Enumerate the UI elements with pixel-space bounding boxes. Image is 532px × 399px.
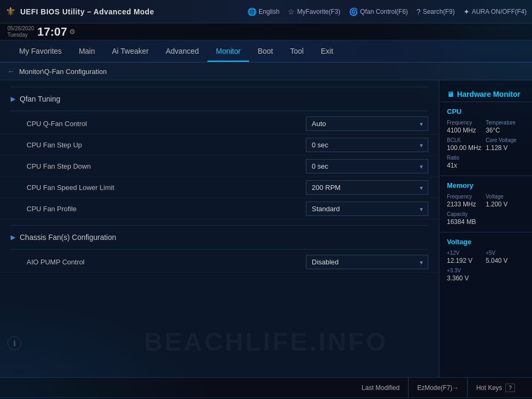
aura-label: AURA ON/OFF(F4) — [472, 8, 527, 15]
memory-frequency-value: 2133 MHz — [447, 201, 486, 208]
voltage-5v-item: +5V 5.040 V — [486, 250, 525, 264]
cpu-ratio-value: 41x — [447, 162, 525, 169]
qfan-expand-icon: ▶ — [11, 95, 15, 103]
last-modified-button[interactable]: Last Modified — [353, 378, 408, 397]
header-actions: 🌐 English ☆ MyFavorite(F3) 🌀 Qfan Contro… — [247, 7, 527, 16]
hardware-monitor-sidebar: 🖥 Hardware Monitor CPU Frequency 4100 MH… — [439, 80, 532, 377]
cpu-temperature-value: 36°C — [486, 127, 525, 134]
header: ⚜ UEFI BIOS Utility – Advanced Mode 🌐 En… — [0, 0, 532, 23]
cpu-qfan-control-label: CPU Q-Fan Control — [27, 120, 306, 128]
datetime-date: 05/26/2020Tuesday — [7, 26, 34, 38]
datetime-settings-icon[interactable]: ⚙ — [69, 28, 76, 36]
memory-capacity-value: 16384 MB — [447, 218, 525, 226]
aura-button[interactable]: ✦ AURA ON/OFF(F4) — [463, 7, 527, 16]
footer: Last Modified EzMode(F7)→ Hot Keys ? — [0, 377, 532, 397]
cpu-freq-temp-row: Frequency 4100 MHz Temperature 36°C — [447, 120, 525, 134]
memory-frequency-item: Frequency 2133 MHz — [447, 194, 486, 208]
qfan-icon: 🌀 — [349, 7, 358, 16]
cpu-fan-profile-label: CPU Fan Profile — [27, 205, 306, 213]
voltage-33v-row: +3.3V 3.360 V — [447, 268, 525, 282]
datetime-time: 17:07 — [37, 25, 67, 39]
cpu-bclk-label: BCLK — [447, 137, 486, 143]
memory-voltage-item: Voltage 1.200 V — [486, 194, 525, 208]
language-label: English — [259, 8, 279, 15]
cpu-fan-profile-select[interactable]: Standard Silent Turbo Full Speed Manual — [306, 202, 428, 216]
back-arrow-icon[interactable]: ← — [7, 67, 15, 76]
nav-item-advanced[interactable]: Advanced — [157, 41, 207, 62]
voltage-5v-label: +5V — [486, 250, 525, 256]
cpu-ratio-row: Ratio 41x — [447, 155, 525, 169]
cpu-fan-speed-lower-limit-select[interactable]: Ignore 200 RPM 300 RPM 400 RPM 500 RPM 6… — [306, 180, 428, 195]
cpu-fan-step-up-label: CPU Fan Step Up — [27, 141, 306, 149]
language-button[interactable]: 🌐 English — [247, 7, 279, 16]
datetime-bar: 05/26/2020Tuesday 17:07 ⚙ — [0, 23, 532, 40]
chassis-section-header[interactable]: ▶ Chassis Fan(s) Configuration — [0, 228, 439, 247]
search-icon: ? — [417, 7, 421, 16]
aio-pump-control-select[interactable]: Disabled Auto DC Mode PWM Mode — [306, 255, 428, 269]
cpu-core-voltage-label: Core Voltage — [486, 137, 525, 143]
cpu-fan-speed-lower-limit-row: CPU Fan Speed Lower Limit Ignore 200 RPM… — [0, 177, 439, 198]
cpu-bclk-voltage-row: BCLK 100.00 MHz Core Voltage 1.128 V — [447, 137, 525, 152]
voltage-33v-item: +3.3V 3.360 V — [447, 268, 525, 282]
nav-item-boot[interactable]: Boot — [249, 41, 281, 62]
cpu-qfan-control-row: CPU Q-Fan Control Auto DC Mode PWM Mode … — [0, 113, 439, 135]
breadcrumb-path: Monitor\Q-Fan Configuration — [19, 68, 107, 76]
memory-voltage-label: Voltage — [486, 194, 525, 200]
logo: ⚜ UEFI BIOS Utility – Advanced Mode — [5, 5, 154, 19]
voltage-12v-label: +12V — [447, 250, 486, 256]
cpu-frequency-value: 4100 MHz — [447, 127, 486, 134]
cpu-fan-profile-select-wrapper: Standard Silent Turbo Full Speed Manual — [306, 202, 428, 216]
content-area: ▶ Qfan Tuning CPU Q-Fan Control Auto DC … — [0, 80, 439, 377]
cpu-frequency-item: Frequency 4100 MHz — [447, 120, 486, 134]
hot-keys-button[interactable]: Hot Keys ? — [467, 378, 523, 397]
hardware-monitor-title: 🖥 Hardware Monitor — [439, 86, 532, 102]
cpu-section-title: CPU — [447, 105, 525, 115]
qfan-section-header[interactable]: ▶ Qfan Tuning — [0, 89, 439, 109]
qfan-button[interactable]: 🌀 Qfan Control(F6) — [349, 7, 408, 16]
aio-pump-control-select-wrapper: Disabled Auto DC Mode PWM Mode — [306, 255, 428, 269]
memory-capacity-row: Capacity 16384 MB — [447, 211, 525, 226]
cpu-qfan-control-select[interactable]: Auto DC Mode PWM Mode Disabled — [306, 117, 428, 131]
cpu-frequency-label: Frequency — [447, 120, 486, 126]
ez-mode-button[interactable]: EzMode(F7)→ — [408, 378, 467, 397]
header-title: UEFI BIOS Utility – Advanced Mode — [20, 7, 154, 16]
aura-icon: ✦ — [463, 7, 470, 16]
memory-capacity-label: Capacity — [447, 211, 525, 217]
info-icon[interactable]: ℹ — [7, 336, 21, 350]
nav-item-monitor[interactable]: Monitor — [207, 41, 250, 62]
cpu-fan-step-down-select[interactable]: 0 sec 1 sec 2 sec 3 sec — [306, 159, 428, 173]
cpu-fan-step-up-row: CPU Fan Step Up 0 sec 1 sec 2 sec 3 sec — [0, 135, 439, 156]
voltage-33v-value: 3.360 V — [447, 275, 525, 282]
voltage-section-title: Voltage — [447, 236, 525, 246]
memory-freq-voltage-row: Frequency 2133 MHz Voltage 1.200 V — [447, 194, 525, 208]
nav-item-ai-tweaker[interactable]: Ai Tweaker — [103, 41, 157, 62]
cpu-temperature-label: Temperature — [486, 120, 525, 126]
cpu-section: CPU Frequency 4100 MHz Temperature 36°C … — [439, 102, 532, 176]
nav-item-tool[interactable]: Tool — [281, 41, 312, 62]
voltage-12v-value: 12.192 V — [447, 257, 486, 264]
breadcrumb: ← Monitor\Q-Fan Configuration — [0, 63, 532, 80]
nav-item-exit[interactable]: Exit — [312, 41, 342, 62]
voltage-33v-label: +3.3V — [447, 268, 525, 273]
navbar: My Favorites Main Ai Tweaker Advanced Mo… — [0, 40, 532, 63]
logo-icon: ⚜ — [5, 5, 16, 19]
cpu-core-voltage-value: 1.128 V — [486, 144, 525, 152]
search-button[interactable]: ? Search(F9) — [417, 7, 455, 16]
search-label: Search(F9) — [423, 8, 455, 15]
aio-pump-control-label: AIO PUMP Control — [27, 258, 306, 266]
cpu-temperature-item: Temperature 36°C — [486, 120, 525, 134]
nav-item-main[interactable]: Main — [70, 41, 103, 62]
myfavorite-icon: ☆ — [288, 7, 295, 16]
nav-item-favorites[interactable]: My Favorites — [11, 41, 70, 62]
voltage-12v-item: +12V 12.192 V — [447, 250, 486, 264]
voltage-12v-5v-row: +12V 12.192 V +5V 5.040 V — [447, 250, 525, 264]
cpu-fan-step-up-select[interactable]: 0 sec 1 sec 2 sec 3 sec — [306, 138, 428, 152]
cpu-qfan-control-select-wrapper: Auto DC Mode PWM Mode Disabled — [306, 117, 428, 131]
cpu-fan-step-down-label: CPU Fan Step Down — [27, 162, 306, 170]
memory-section-title: Memory — [447, 179, 525, 189]
memory-section: Memory Frequency 2133 MHz Voltage 1.200 … — [439, 176, 532, 232]
chassis-section-label: Chassis Fan(s) Configuration — [20, 233, 116, 242]
main-layout: ▶ Qfan Tuning CPU Q-Fan Control Auto DC … — [0, 80, 532, 377]
myfavorite-button[interactable]: ☆ MyFavorite(F3) — [288, 7, 340, 16]
cpu-fan-profile-row: CPU Fan Profile Standard Silent Turbo Fu… — [0, 198, 439, 220]
